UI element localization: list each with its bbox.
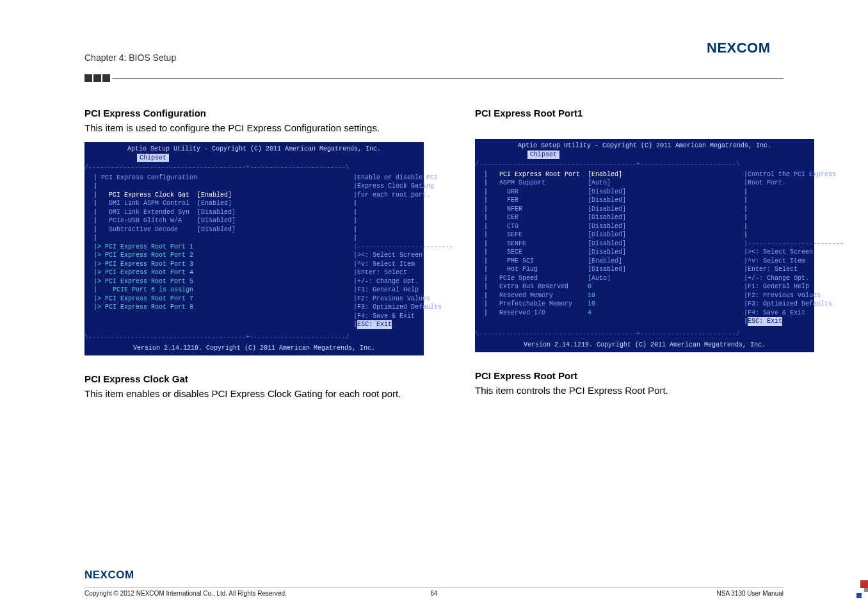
right-column: PCI Express Root Port1 Aptio Setup Utili… [475,108,814,408]
bios1-row-2: | DMI Link Extended Syn [Disabled] [93,208,350,217]
bios2-row-1: | ASPM Support [Auto] [484,179,740,188]
bios2-help-line: |Control the PCI Express [744,170,844,179]
bios2-nav-3: |+/-: Change Opt. [744,274,844,283]
bios2-nav-6: |F3: Optimized Defaults [744,300,844,309]
bios1-nav-7: |F4: Save & Exit [353,312,453,321]
bios2-nav-1: |^v: Select Item [744,257,844,266]
pci-clock-gat-text: This item enables or disables PCI Expres… [84,387,424,400]
bios2-esc: |ESC: Exit [744,317,844,326]
bios1-help-line: |Enable or disable PCI [353,174,453,183]
bios1-port-3: |> PCI Express Root Port 4 [93,268,350,277]
bios1-nav-3: |+/-: Change Opt. [353,277,453,286]
decorative-squares [84,74,110,82]
bios1-nav-2: |Enter: Select [353,268,453,277]
bios2-row-13: | Extra Bus Reserved 0 [484,282,740,291]
footer-page-number: 64 [430,590,437,597]
bios1-help-line: |for each root port. [353,191,453,200]
bios1-nav-6: |F3: Optimized Defaults [353,303,453,312]
bios2-nav-5: |F2: Previous Values [744,291,844,300]
bios1-port-1: |> PCI Express Root Port 2 [93,251,350,260]
pci-root-port-text: This item controls the PCI Express Root … [475,384,814,397]
bios2-row-14: | Reseved Memory 10 [484,291,740,300]
bios1-port-4: |> PCI Express Root Port 5 [93,277,350,286]
bios2-row-8: | SENFE [Disabled] [484,240,740,248]
bios1-help-divider: |------------------------- [353,243,453,252]
bios2-nav-4: |F1: General Help [744,282,844,291]
chapter-header: Chapter 4: BIOS Setup [84,53,176,63]
bios1-help-line: |Express Clock Gating [353,182,453,191]
header-rule [112,78,784,79]
pci-express-config-heading: PCI Express Configuration [84,108,424,118]
bios1-divider-top: /---------------------------------------… [84,163,424,172]
pci-root-port-heading: PCI Express Root Port [475,370,814,381]
nexcom-logo-top: NEXCOM [707,40,784,65]
pci-express-config-text: This item is used to configure the PCI E… [84,121,424,134]
bios1-esc: |ESC: Exit [353,320,453,329]
bios1-nav-1: |^v: Select Item [353,260,453,269]
bios2-row-0: | PCI Express Root Port [Enabled] [484,170,740,179]
bios1-port-0: |> PCI Express Root Port 1 [93,243,350,252]
left-column: PCI Express Configuration This item is u… [84,108,424,408]
bios2-row-4: | NFER [Disabled] [484,205,740,214]
footer-manual-title: NSA 3130 User Manual [716,590,784,597]
nexcom-logo-bottom: NEXCOM [84,569,142,588]
corner-decoration [855,580,868,598]
bios1-nav-0: |><: Select Screen [353,251,453,260]
bios1-port-5: | PCIE Port 6 is assign [93,286,350,295]
bios1-nav-4: |F1: General Help [353,286,453,295]
page-footer: Copyright © 2012 NEXCOM International Co… [84,587,784,597]
pci-root-port1-heading: PCI Express Root Port1 [475,108,814,118]
bios1-divider-bottom: \---------------------------------------… [84,333,424,342]
bios2-help-divider: |------------------------- [744,240,844,248]
bios2-row-12: | PCIe Speed [Auto] [484,274,740,283]
bios1-row-4: | Subtractive Decode [Disabled] [93,225,350,234]
bios2-nav-0: |><: Select Screen [744,248,844,257]
bios2-row-9: | SECE [Disabled] [484,248,740,257]
bios2-help-line: |Root Port. [744,179,844,188]
footer-copyright: Copyright © 2012 NEXCOM International Co… [84,590,287,597]
bios2-row-5: | CER [Disabled] [484,213,740,222]
bios1-row-1: | DMI Link ASPM Control [Enabled] [93,199,350,208]
bios2-divider-bottom: \---------------------------------------… [475,330,814,339]
bios-screen-1: Aptio Setup Utility - Copyright (C) 2011… [84,142,424,355]
bios1-section-title: | PCI Express Configuration [93,174,350,183]
bios2-footer: Version 2.14.1219. Copyright (C) 2011 Am… [475,338,814,352]
bios1-port-2: |> PCI Express Root Port 3 [93,260,350,269]
bios1-tab-chipset: Chipset [137,154,169,163]
bios2-row-11: | Hot Plug [Disabled] [484,265,740,274]
bios1-footer: Version 2.14.1219. Copyright (C) 2011 Am… [84,341,424,355]
bios2-tab-chipset: Chipset [527,151,559,159]
bios1-title: Aptio Setup Utility - Copyright (C) 2011… [84,142,424,154]
bios1-port-6: |> PCI Express Root Port 7 [93,295,350,304]
bios-screen-2: Aptio Setup Utility - Copyright (C) 2011… [475,139,814,352]
bios2-row-16: | Reserved I/O 4 [484,309,740,318]
bios1-row-3: | PCIe-USB Glitch W/A [Disabled] [93,216,350,225]
bios2-row-10: | PME SCI [Enabled] [484,257,740,266]
bios1-port-7: |> PCI Express Root Port 8 [93,303,350,312]
bios2-row-7: | SEFE [Disabled] [484,231,740,240]
bios2-row-3: | FER [Disabled] [484,196,740,205]
bios2-nav-7: |F4: Save & Exit [744,309,844,318]
bios2-nav-2: |Enter: Select [744,265,844,274]
bios2-row-6: | CTO [Disabled] [484,222,740,231]
bios2-row-2: | URR [Disabled] [484,188,740,197]
pci-clock-gat-heading: PCI Express Clock Gat [84,373,424,384]
bios2-title: Aptio Setup Utility - Copyright (C) 2011… [475,139,814,151]
bios2-divider-top: /---------------------------------------… [475,160,814,169]
bios2-row-15: | Prefetchable Memory 10 [484,300,740,309]
bios1-row-0: | PCI Express Clock Gat [Enabled] [93,191,350,200]
bios1-nav-5: |F2: Previous Values [353,295,453,304]
